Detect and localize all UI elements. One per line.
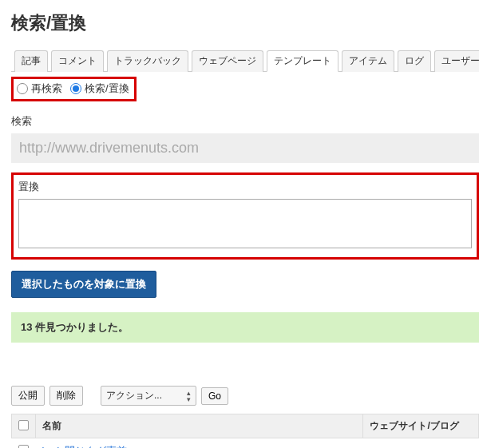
- header-site[interactable]: ウェブサイト/ブログ: [363, 414, 479, 438]
- table-row: body閉じタグ直前 DRIVEMENUTS.COM: [12, 438, 479, 449]
- radio-search-replace-label: 検索/置換: [85, 81, 129, 96]
- tab-log[interactable]: ログ: [398, 50, 431, 72]
- tab-templates[interactable]: テンプレート: [267, 50, 338, 72]
- dropdown-arrows-icon: ▴▾: [187, 390, 191, 402]
- search-label: 検索: [11, 114, 479, 129]
- tab-entries[interactable]: 記事: [14, 50, 48, 72]
- radio-research-label: 再検索: [31, 81, 62, 96]
- tab-assets[interactable]: アイテム: [342, 50, 394, 72]
- delete-button[interactable]: 削除: [49, 386, 83, 406]
- row-site-link[interactable]: DRIVEMENUTS.COM: [370, 446, 473, 449]
- replace-highlight: 置換: [11, 172, 479, 260]
- page-title: 検索/置換: [11, 11, 479, 35]
- tab-bar: 記事 コメント トラックバック ウェブページ テンプレート アイテム ログ ユー…: [11, 50, 479, 72]
- bulk-action-row: 公開 削除 アクション... ▴▾ Go: [11, 386, 479, 406]
- tab-webpages[interactable]: ウェブページ: [192, 50, 263, 72]
- radio-search-replace[interactable]: 検索/置換: [70, 81, 129, 96]
- tab-users[interactable]: ユーザー: [434, 50, 479, 72]
- action-dropdown[interactable]: アクション... ▴▾: [101, 386, 196, 406]
- go-button[interactable]: Go: [201, 387, 228, 405]
- row-checkbox[interactable]: [18, 445, 29, 448]
- tab-trackbacks[interactable]: トラックバック: [107, 50, 188, 72]
- radio-icon: [17, 83, 28, 94]
- radio-icon: [70, 83, 81, 94]
- header-checkbox-cell: [12, 414, 36, 438]
- replace-textarea[interactable]: [18, 199, 472, 248]
- action-dropdown-label: アクション...: [106, 389, 162, 402]
- results-table: 名前 ウェブサイト/ブログ body閉じタグ直前 DRIVEMENUTS.COM…: [11, 414, 479, 448]
- select-all-checkbox[interactable]: [18, 420, 29, 430]
- radio-research[interactable]: 再検索: [17, 81, 62, 96]
- tab-comments[interactable]: コメント: [51, 50, 104, 72]
- row-name-link[interactable]: body閉じタグ直前: [42, 445, 127, 448]
- replace-selected-button[interactable]: 選択したものを対象に置換: [11, 271, 156, 298]
- replace-label: 置換: [18, 180, 472, 194]
- search-input[interactable]: [11, 133, 479, 163]
- header-name[interactable]: 名前: [36, 414, 363, 438]
- publish-button[interactable]: 公開: [11, 386, 45, 406]
- result-banner: 13 件見つかりました。: [11, 312, 479, 343]
- search-mode-highlight: 再検索 検索/置換: [11, 77, 137, 101]
